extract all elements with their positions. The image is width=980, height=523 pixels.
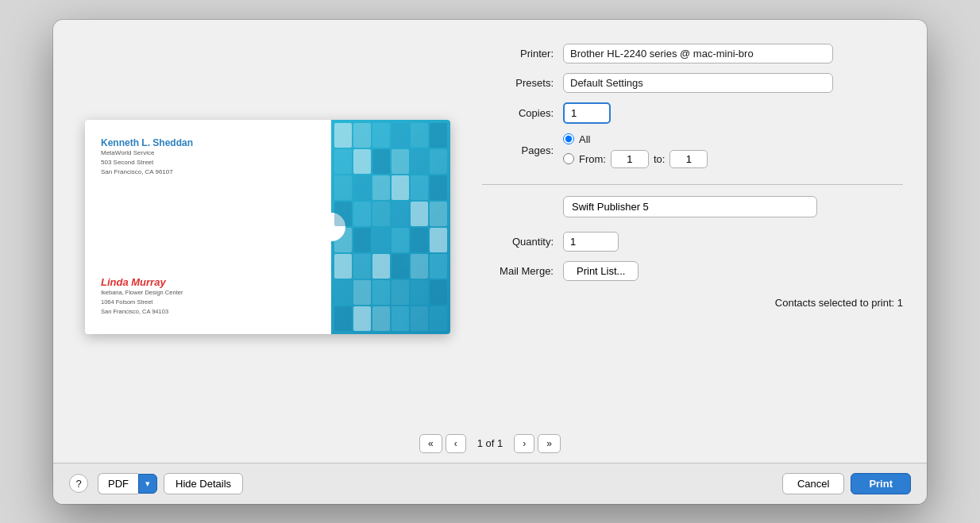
card-name-top: Kenneth L. Sheddan: [101, 137, 315, 148]
presets-select[interactable]: Default Settings: [563, 73, 833, 93]
print-button[interactable]: Print: [851, 473, 911, 494]
contacts-text: Contacts selected to print: 1: [563, 297, 903, 309]
pages-all-row: All: [563, 133, 708, 145]
presets-select-wrapper: Default Settings: [563, 73, 833, 93]
printer-label: Printer:: [482, 48, 554, 60]
card-info-top: MetaWorld Service 503 Second Street San …: [101, 148, 315, 177]
separator: [482, 184, 903, 185]
pages-controls: All From: to:: [563, 133, 708, 168]
form-area: Printer: Brother HL-2240 series @ mac-mi…: [482, 36, 903, 418]
to-label: to:: [654, 153, 665, 165]
copies-input[interactable]: [563, 102, 611, 124]
swift-publisher-row: Swift Publisher 5: [482, 196, 903, 217]
pages-to-input[interactable]: [669, 150, 708, 168]
quantity-label: Quantity:: [482, 236, 554, 248]
from-label: From:: [579, 153, 606, 165]
pdf-dropdown-button[interactable]: ▾: [138, 474, 157, 494]
nav-last-button[interactable]: »: [538, 434, 561, 453]
pages-all-radio[interactable]: [563, 133, 574, 144]
nav-first-button[interactable]: «: [419, 434, 442, 453]
copies-row: Copies:: [482, 102, 903, 124]
pages-from-input[interactable]: [611, 150, 649, 168]
printer-select-wrapper: Brother HL-2240 series @ mac-mini-bro: [563, 44, 833, 63]
quantity-input[interactable]: [563, 232, 619, 252]
swift-publisher-select[interactable]: Swift Publisher 5: [563, 196, 817, 217]
nav-prev-button[interactable]: ‹: [446, 434, 466, 453]
card-preview: Kenneth L. Sheddan MetaWorld Service 503…: [85, 120, 450, 334]
card-info-bottom: Ikebana, Flower Design Center 1064 Folso…: [101, 288, 315, 317]
mail-merge-row: Mail Merge: Print List...: [482, 261, 903, 281]
pages-row: Pages: All From: to:: [482, 133, 903, 168]
nav-next-button[interactable]: ›: [514, 434, 534, 453]
help-button[interactable]: ?: [69, 474, 88, 493]
pdf-label-button[interactable]: PDF: [98, 473, 138, 494]
hide-details-button[interactable]: Hide Details: [164, 473, 243, 494]
action-bar: ? PDF ▾ Hide Details Cancel Print: [53, 463, 927, 504]
printer-row: Printer: Brother HL-2240 series @ mac-mi…: [482, 44, 903, 63]
mail-merge-label: Mail Merge:: [482, 265, 554, 277]
mosaic-grid: [331, 120, 450, 334]
pages-range-radio[interactable]: [563, 153, 574, 164]
card-left: Kenneth L. Sheddan MetaWorld Service 503…: [85, 120, 331, 334]
page-indicator: 1 of 1: [477, 437, 504, 449]
pages-from-row: From: to:: [563, 150, 708, 168]
card-name-bottom: Linda Murray: [101, 276, 315, 288]
preview-area: Kenneth L. Sheddan MetaWorld Service 503…: [77, 36, 458, 418]
pdf-dropdown-icon: ▾: [145, 479, 150, 489]
pages-all-label: All: [579, 133, 590, 145]
presets-label: Presets:: [482, 77, 554, 89]
print-list-button[interactable]: Print List...: [563, 261, 639, 281]
cancel-button[interactable]: Cancel: [782, 473, 844, 494]
pdf-group: PDF ▾: [98, 473, 157, 494]
swift-publisher-select-wrapper: Swift Publisher 5: [563, 196, 817, 217]
nav-bar: « ‹ 1 of 1 › »: [53, 426, 927, 463]
presets-row: Presets: Default Settings: [482, 73, 903, 93]
print-dialog: Kenneth L. Sheddan MetaWorld Service 503…: [53, 20, 927, 504]
copies-label: Copies:: [482, 107, 554, 119]
card-bottom-section: Linda Murray Ikebana, Flower Design Cent…: [101, 276, 315, 317]
printer-select[interactable]: Brother HL-2240 series @ mac-mini-bro: [563, 44, 833, 63]
card-right-panel: [331, 120, 450, 334]
pages-label: Pages:: [482, 144, 554, 156]
quantity-row: Quantity:: [482, 232, 903, 252]
